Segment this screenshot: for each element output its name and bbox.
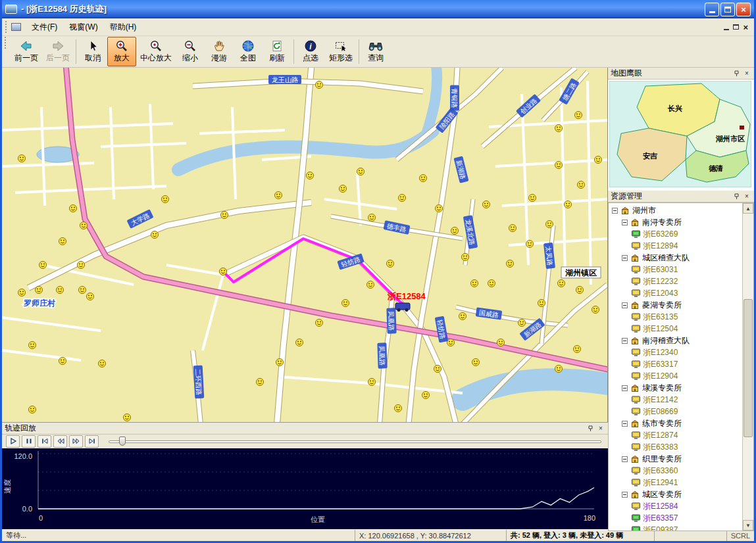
vehicle-marker[interactable] xyxy=(59,358,66,365)
menu-window[interactable]: 视窗(W) xyxy=(63,19,103,35)
close-icon[interactable]: × xyxy=(596,424,605,433)
tree-vehicle[interactable]: 浙E12584 xyxy=(610,500,742,512)
tree-group[interactable]: 城区稽查大队 xyxy=(610,252,742,264)
close-icon[interactable]: × xyxy=(742,69,751,78)
playback-pause-button[interactable] xyxy=(22,435,36,448)
tree-group[interactable]: 城区专卖所 xyxy=(610,488,742,500)
restore-button[interactable] xyxy=(720,3,735,16)
vehicle-marker[interactable] xyxy=(538,300,545,307)
vehicle-marker[interactable] xyxy=(526,241,534,248)
vehicle-marker[interactable] xyxy=(220,268,227,275)
tree-group[interactable]: 埭溪专卖所 xyxy=(610,382,742,394)
vehicle-marker[interactable] xyxy=(70,205,77,212)
toolbar-button-refresh[interactable]: 刷新 xyxy=(263,37,291,66)
toolbar-button-zoom-center[interactable]: 中心放大 xyxy=(136,37,176,66)
toolbar-button-point-select[interactable]: i点选 xyxy=(296,37,325,66)
tree-collapse-icon[interactable] xyxy=(622,492,628,498)
vehicle-marker[interactable] xyxy=(434,366,441,373)
vehicle-marker[interactable] xyxy=(57,287,64,294)
vehicle-marker[interactable] xyxy=(509,225,517,232)
playback-slider[interactable] xyxy=(109,435,601,448)
toolbar-button-full-map[interactable]: 全图 xyxy=(234,37,263,66)
vehicle-marker[interactable] xyxy=(275,192,282,199)
scrollbar-thumb[interactable] xyxy=(743,299,753,437)
vehicle-marker[interactable] xyxy=(29,406,36,413)
vehicle-marker[interactable] xyxy=(497,339,505,346)
vehicle-marker[interactable] xyxy=(368,379,376,386)
vehicle-marker[interactable] xyxy=(483,201,490,208)
vehicle-marker[interactable] xyxy=(420,175,427,182)
vehicle-marker[interactable] xyxy=(555,162,563,169)
tree-collapse-icon[interactable] xyxy=(622,302,628,308)
tree-vehicle[interactable]: 浙E12142 xyxy=(610,394,742,406)
toolbar-button-prev-page[interactable]: 前一页 xyxy=(11,37,42,66)
vehicle-marker[interactable] xyxy=(296,339,303,346)
vehicle-marker[interactable] xyxy=(462,254,469,261)
playback-fast-forward-button[interactable] xyxy=(69,435,83,448)
vehicle-marker[interactable] xyxy=(18,155,26,162)
toolbar-button-zoom-out[interactable]: 缩小 xyxy=(176,37,205,66)
tree-vehicle[interactable]: 浙E12504 xyxy=(610,323,742,335)
tree-root-city[interactable]: 湖州市 xyxy=(610,204,742,216)
vehicle-marker[interactable] xyxy=(387,260,394,268)
vehicle-marker[interactable] xyxy=(124,414,131,421)
tree-group[interactable]: 练市专卖所 xyxy=(610,417,742,429)
vehicle-marker[interactable] xyxy=(459,313,466,320)
toolbar-button-cancel[interactable]: 取消 xyxy=(78,37,107,66)
vehicle-marker[interactable] xyxy=(342,300,349,307)
vehicle-marker[interactable] xyxy=(395,405,402,412)
playback-skip-start-button[interactable] xyxy=(38,435,51,448)
vehicle-marker[interactable] xyxy=(546,221,553,228)
vehicle-marker[interactable] xyxy=(307,172,314,179)
tree-vehicle[interactable]: 浙E63269 xyxy=(610,228,742,240)
vehicle-marker[interactable] xyxy=(578,181,585,189)
vehicle-marker[interactable] xyxy=(368,214,376,222)
vehicle-marker[interactable] xyxy=(367,281,374,289)
vehicle-marker[interactable] xyxy=(357,168,365,176)
tree-vehicle[interactable]: 浙E12340 xyxy=(610,346,742,358)
toolbar-button-rect-select[interactable]: 矩形选 xyxy=(325,37,357,66)
tree-vehicle[interactable]: 浙E63360 xyxy=(610,465,742,477)
toolbar-button-query[interactable]: 查询 xyxy=(361,37,390,66)
mdi-close-icon[interactable]: × xyxy=(743,23,748,32)
vehicle-marker[interactable] xyxy=(316,319,323,327)
vehicle-marker[interactable] xyxy=(80,222,88,229)
vehicle-marker[interactable] xyxy=(99,360,106,367)
tree-vehicle[interactable]: 浙E12232 xyxy=(610,275,742,287)
tree-vehicle[interactable]: 浙E12043 xyxy=(610,287,742,299)
toolbar-grip[interactable] xyxy=(5,37,7,49)
vehicle-marker[interactable] xyxy=(575,112,582,119)
scroll-up-icon[interactable]: ▲ xyxy=(743,203,753,214)
tree-vehicle[interactable]: 浙E12941 xyxy=(610,477,742,488)
vehicle-marker[interactable] xyxy=(257,379,264,386)
vehicle-marker[interactable] xyxy=(162,196,169,203)
vehicle-marker[interactable] xyxy=(276,359,284,366)
title-bar[interactable]: - [浙E12584 历史轨迹] × xyxy=(2,0,754,18)
map-canvas[interactable]: 浙E12584龙王山路青铜路创业路塘二路陵阳路新湖路大学路德丰路龙溪北路轻纺路轻… xyxy=(2,68,607,422)
vehicle-marker[interactable] xyxy=(79,287,86,294)
vehicle-marker[interactable] xyxy=(36,287,43,294)
tree-vehicle[interactable]: 浙E12874 xyxy=(610,429,742,441)
menu-help[interactable]: 帮助(H) xyxy=(104,19,143,35)
playback-rewind-button[interactable] xyxy=(53,435,67,448)
vehicle-marker[interactable] xyxy=(565,201,572,208)
toolbar-button-pan[interactable]: 漫游 xyxy=(205,37,234,66)
tree-group[interactable]: 菱湖专卖所 xyxy=(610,299,742,311)
vehicle-marker[interactable] xyxy=(78,262,85,269)
tree-vehicle[interactable]: 浙E63357 xyxy=(610,512,742,524)
tree-vehicle[interactable]: 浙E09387 xyxy=(610,524,742,531)
map-viewport[interactable]: 浙E12584龙王山路青铜路创业路塘二路陵阳路新湖路大学路德丰路龙溪北路轻纺路轻… xyxy=(2,68,608,422)
minimize-button[interactable] xyxy=(705,3,719,16)
vehicle-marker[interactable] xyxy=(151,231,159,239)
vehicle-marker[interactable] xyxy=(555,366,563,373)
vehicle-marker[interactable] xyxy=(436,205,443,212)
vehicle-marker[interactable] xyxy=(29,342,36,349)
slider-thumb[interactable] xyxy=(119,437,126,446)
pin-icon[interactable] xyxy=(586,424,595,433)
tree-vehicle[interactable]: 浙E63135 xyxy=(610,311,742,323)
tree-scrollbar[interactable]: ▲ ▼ xyxy=(742,203,753,531)
pin-icon[interactable] xyxy=(732,69,741,78)
vehicle-marker[interactable] xyxy=(399,195,406,202)
vehicle-marker[interactable] xyxy=(592,306,599,314)
playback-play-button[interactable] xyxy=(6,435,20,448)
